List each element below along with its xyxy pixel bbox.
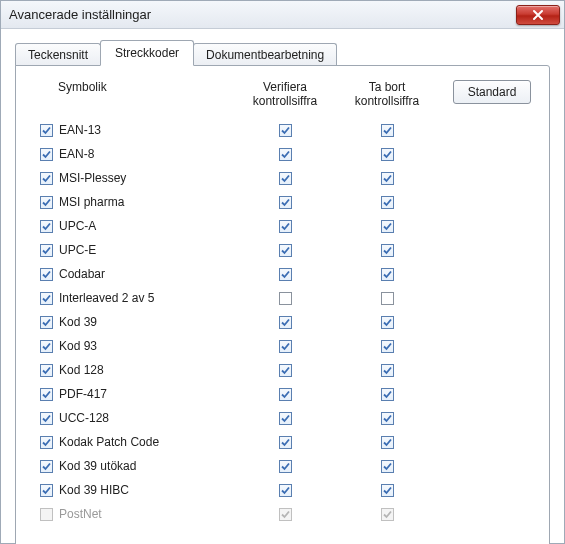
checkbox-symbology-kodakpatch[interactable] xyxy=(40,436,53,449)
checkbox-remove-i2of5[interactable] xyxy=(381,292,394,305)
checkbox-verify-code39ext[interactable] xyxy=(279,460,292,473)
checkbox-symbology-code93[interactable] xyxy=(40,340,53,353)
advanced-settings-window: Avancerade inställningar Teckensnitt Str… xyxy=(0,0,565,544)
row-label: Kod 39 utökad xyxy=(53,459,136,473)
checkbox-verify-code39hibc[interactable] xyxy=(279,484,292,497)
table-row: UPC-E xyxy=(34,238,438,262)
checkbox-symbology-msiplessey[interactable] xyxy=(40,172,53,185)
checkbox-remove-code128[interactable] xyxy=(381,364,394,377)
checkbox-verify-i2of5[interactable] xyxy=(279,292,292,305)
row-label: Interleaved 2 av 5 xyxy=(53,291,154,305)
checkbox-remove-code93[interactable] xyxy=(381,340,394,353)
checkbox-remove-codabar[interactable] xyxy=(381,268,394,281)
checkbox-symbology-postnet xyxy=(40,508,53,521)
header-verify: Verifiera kontrollsiffra xyxy=(234,80,336,108)
tab-barcodes[interactable]: Streckkoder xyxy=(100,40,194,66)
row-label: Kodak Patch Code xyxy=(53,435,159,449)
checkbox-verify-kodakpatch[interactable] xyxy=(279,436,292,449)
checkbox-symbology-ean13[interactable] xyxy=(40,124,53,137)
checkbox-verify-code128[interactable] xyxy=(279,364,292,377)
tabbar: Teckensnitt Streckkoder Dokumentbearbetn… xyxy=(15,39,550,65)
table-row: Kod 128 xyxy=(34,358,438,382)
checkbox-symbology-i2of5[interactable] xyxy=(40,292,53,305)
table-row: PostNet xyxy=(34,502,438,526)
tab-fonts[interactable]: Teckensnitt xyxy=(15,43,101,66)
checkbox-verify-msiplessey[interactable] xyxy=(279,172,292,185)
window-title: Avancerade inställningar xyxy=(9,7,151,22)
row-label: Kod 128 xyxy=(53,363,104,377)
checkbox-symbology-msipharma[interactable] xyxy=(40,196,53,209)
checkbox-verify-upce[interactable] xyxy=(279,244,292,257)
table-row: MSI pharma xyxy=(34,190,438,214)
tab-docproc[interactable]: Dokumentbearbetning xyxy=(193,43,337,66)
checkbox-verify-msipharma[interactable] xyxy=(279,196,292,209)
checkbox-remove-upce[interactable] xyxy=(381,244,394,257)
table-row: UCC-128 xyxy=(34,406,438,430)
table-row: EAN-8 xyxy=(34,142,438,166)
window-content: Teckensnitt Streckkoder Dokumentbearbetn… xyxy=(1,29,564,544)
checkbox-remove-code39ext[interactable] xyxy=(381,460,394,473)
checkbox-verify-postnet xyxy=(279,508,292,521)
row-label: UPC-A xyxy=(53,219,96,233)
header-symbology: Symbolik xyxy=(34,80,234,108)
table-row: Kod 39 xyxy=(34,310,438,334)
checkbox-verify-ucc128[interactable] xyxy=(279,412,292,425)
checkbox-symbology-codabar[interactable] xyxy=(40,268,53,281)
checkbox-symbology-ean8[interactable] xyxy=(40,148,53,161)
checkbox-verify-upca[interactable] xyxy=(279,220,292,233)
standard-button[interactable]: Standard xyxy=(453,80,531,104)
checkbox-remove-ean8[interactable] xyxy=(381,148,394,161)
barcode-table: EAN-13EAN-8MSI-PlesseyMSI pharmaUPC-AUPC… xyxy=(34,118,438,526)
row-label: Kod 93 xyxy=(53,339,97,353)
checkbox-symbology-upce[interactable] xyxy=(40,244,53,257)
row-label: UPC-E xyxy=(53,243,96,257)
table-row: Kod 93 xyxy=(34,334,438,358)
titlebar: Avancerade inställningar xyxy=(1,1,564,29)
row-label: PDF-417 xyxy=(53,387,107,401)
checkbox-symbology-upca[interactable] xyxy=(40,220,53,233)
checkbox-verify-ean8[interactable] xyxy=(279,148,292,161)
checkbox-verify-codabar[interactable] xyxy=(279,268,292,281)
row-label: PostNet xyxy=(53,507,102,521)
table-row: PDF-417 xyxy=(34,382,438,406)
checkbox-verify-pdf417[interactable] xyxy=(279,388,292,401)
table-row: EAN-13 xyxy=(34,118,438,142)
tab-panel-barcodes: Standard Symbolik Verifiera kontrollsiff… xyxy=(15,65,550,544)
checkbox-verify-code39[interactable] xyxy=(279,316,292,329)
table-row: Kod 39 utökad xyxy=(34,454,438,478)
table-row: Interleaved 2 av 5 xyxy=(34,286,438,310)
row-label: EAN-8 xyxy=(53,147,94,161)
checkbox-remove-msipharma[interactable] xyxy=(381,196,394,209)
row-label: UCC-128 xyxy=(53,411,109,425)
checkbox-remove-msiplessey[interactable] xyxy=(381,172,394,185)
checkbox-remove-code39[interactable] xyxy=(381,316,394,329)
header-remove: Ta bort kontrollsiffra xyxy=(336,80,438,108)
checkbox-remove-pdf417[interactable] xyxy=(381,388,394,401)
row-label: Kod 39 HIBC xyxy=(53,483,129,497)
table-row: Kod 39 HIBC xyxy=(34,478,438,502)
checkbox-symbology-code128[interactable] xyxy=(40,364,53,377)
checkbox-remove-postnet xyxy=(381,508,394,521)
row-label: Codabar xyxy=(53,267,105,281)
checkbox-remove-ean13[interactable] xyxy=(381,124,394,137)
checkbox-remove-kodakpatch[interactable] xyxy=(381,436,394,449)
table-row: Kodak Patch Code xyxy=(34,430,438,454)
checkbox-remove-code39hibc[interactable] xyxy=(381,484,394,497)
table-row: UPC-A xyxy=(34,214,438,238)
checkbox-verify-ean13[interactable] xyxy=(279,124,292,137)
table-row: Codabar xyxy=(34,262,438,286)
row-label: MSI pharma xyxy=(53,195,124,209)
checkbox-symbology-code39[interactable] xyxy=(40,316,53,329)
checkbox-remove-ucc128[interactable] xyxy=(381,412,394,425)
checkbox-symbology-code39ext[interactable] xyxy=(40,460,53,473)
row-label: MSI-Plessey xyxy=(53,171,126,185)
checkbox-remove-upca[interactable] xyxy=(381,220,394,233)
table-row: MSI-Plessey xyxy=(34,166,438,190)
close-icon xyxy=(532,9,544,21)
row-label: Kod 39 xyxy=(53,315,97,329)
checkbox-verify-code93[interactable] xyxy=(279,340,292,353)
checkbox-symbology-pdf417[interactable] xyxy=(40,388,53,401)
close-button[interactable] xyxy=(516,5,560,25)
checkbox-symbology-ucc128[interactable] xyxy=(40,412,53,425)
checkbox-symbology-code39hibc[interactable] xyxy=(40,484,53,497)
